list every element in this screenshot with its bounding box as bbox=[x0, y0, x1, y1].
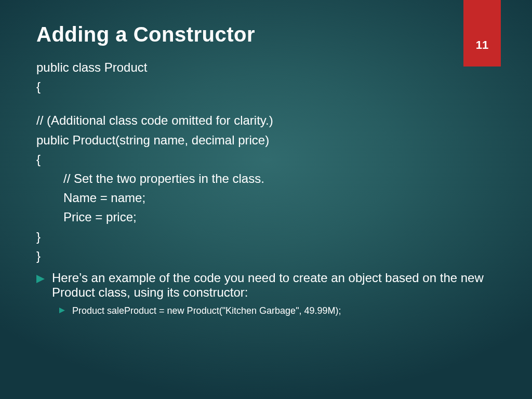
code-blank-line bbox=[36, 96, 496, 111]
svg-marker-0 bbox=[36, 275, 45, 283]
code-line: // (Additional class code omitted for cl… bbox=[36, 111, 496, 130]
slide-body: Adding a Constructor public class Produc… bbox=[0, 0, 532, 341]
code-line: { bbox=[36, 77, 496, 96]
bullet-text: Product saleProduct = new Product("Kitch… bbox=[72, 305, 341, 317]
code-line: } bbox=[36, 227, 496, 246]
bullet-item: Here’s an example of the code you need t… bbox=[36, 271, 496, 300]
bullet-list: Here’s an example of the code you need t… bbox=[36, 271, 496, 316]
slide-number-ribbon: 11 bbox=[463, 0, 501, 66]
code-line: Price = price; bbox=[36, 207, 496, 227]
bullet-subitem: Product saleProduct = new Product("Kitch… bbox=[36, 305, 496, 317]
code-line: Name = name; bbox=[36, 188, 496, 207]
slide-number: 11 bbox=[476, 38, 488, 52]
triangle-icon bbox=[59, 308, 65, 313]
code-line: } bbox=[36, 246, 496, 265]
code-line: public Product(string name, decimal pric… bbox=[36, 130, 496, 150]
triangle-icon bbox=[36, 275, 45, 283]
code-line: { bbox=[36, 150, 496, 169]
svg-marker-1 bbox=[59, 308, 65, 313]
slide-title: Adding a Constructor bbox=[36, 23, 496, 46]
bullet-text: Here’s an example of the code you need t… bbox=[52, 271, 496, 300]
code-block: public class Product { // (Additional cl… bbox=[36, 58, 496, 265]
code-line: public class Product bbox=[36, 58, 496, 77]
code-line: // Set the two properties in the class. bbox=[36, 169, 496, 188]
